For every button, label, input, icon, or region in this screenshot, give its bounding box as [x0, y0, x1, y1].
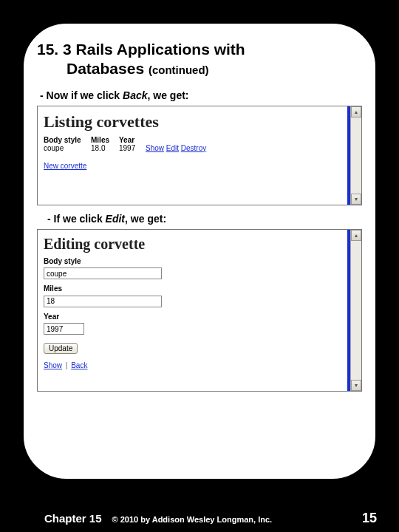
- listing-title: Listing corvettes: [44, 112, 345, 132]
- bullet-em: Back: [123, 89, 147, 101]
- miles-field[interactable]: [44, 296, 162, 307]
- copyright-text: © 2010 by Addison Wesley Longman, Inc.: [112, 515, 352, 524]
- slide-card: 15. 3 Rails Applications with Databases …: [22, 22, 377, 480]
- scrollbar[interactable]: ▴ ▾: [350, 106, 361, 205]
- bullet-text: - Now if we click: [40, 89, 123, 101]
- bullet-text: , we get:: [148, 89, 189, 101]
- show-link[interactable]: Show: [146, 144, 164, 152]
- edit-bottom-links: Show | Back: [44, 361, 345, 369]
- bullet-text: - If we click: [47, 213, 106, 225]
- table-row: coupe 18.0 1997 Show Edit Destroy: [44, 144, 345, 152]
- body-style-field[interactable]: [44, 267, 162, 279]
- edit-link[interactable]: Edit: [166, 144, 179, 152]
- show-link[interactable]: Show: [44, 361, 62, 369]
- scroll-down-icon[interactable]: ▾: [351, 380, 361, 391]
- listing-table: Body style Miles Year coupe 18.0 1997 Sh…: [44, 136, 345, 152]
- screenshot-editing: Editing corvette Body style Miles Year U…: [37, 229, 362, 392]
- screenshot-listing: Listing corvettes Body style Miles Year …: [37, 106, 362, 205]
- year-field[interactable]: [44, 323, 84, 335]
- chapter-label: Chapter 15: [44, 512, 102, 525]
- scroll-down-icon[interactable]: ▾: [351, 194, 361, 205]
- title-line2: Databases: [66, 60, 144, 77]
- th-miles: Miles: [91, 136, 112, 144]
- label-body-style: Body style: [44, 257, 345, 265]
- destroy-link[interactable]: Destroy: [181, 144, 206, 152]
- td-miles: 18.0: [91, 144, 112, 152]
- label-year: Year: [44, 313, 345, 321]
- td-year: 1997: [119, 144, 138, 152]
- title-line1: Rails Applications with: [76, 41, 245, 58]
- bullet-em: Edit: [106, 213, 125, 225]
- bullet-text: , we get:: [125, 213, 166, 225]
- section-number: 15. 3: [37, 41, 72, 58]
- scrollbar[interactable]: ▴ ▾: [350, 230, 361, 391]
- bullet-back: - Now if we click Back, we get:: [40, 89, 362, 101]
- label-miles: Miles: [44, 284, 345, 293]
- new-corvette-link[interactable]: New corvette: [44, 162, 86, 170]
- slide-footer: Chapter 15 © 2010 by Addison Wesley Long…: [0, 511, 399, 526]
- th-year: Year: [119, 136, 138, 144]
- back-link[interactable]: Back: [71, 361, 87, 369]
- bullet-edit: - If we click Edit, we get:: [40, 213, 362, 225]
- scroll-up-icon[interactable]: ▴: [351, 230, 361, 241]
- editing-title: Editing corvette: [44, 236, 345, 253]
- page-number: 15: [362, 511, 377, 526]
- continued-label: (continued): [149, 64, 209, 76]
- td-body-style: coupe: [44, 144, 83, 152]
- th-body-style: Body style: [44, 136, 83, 144]
- update-button[interactable]: Update: [44, 343, 78, 354]
- scroll-up-icon[interactable]: ▴: [351, 106, 361, 117]
- slide-heading: 15. 3 Rails Applications with Databases …: [37, 40, 362, 79]
- separator: |: [64, 361, 69, 369]
- row-actions: Show Edit Destroy: [146, 144, 206, 152]
